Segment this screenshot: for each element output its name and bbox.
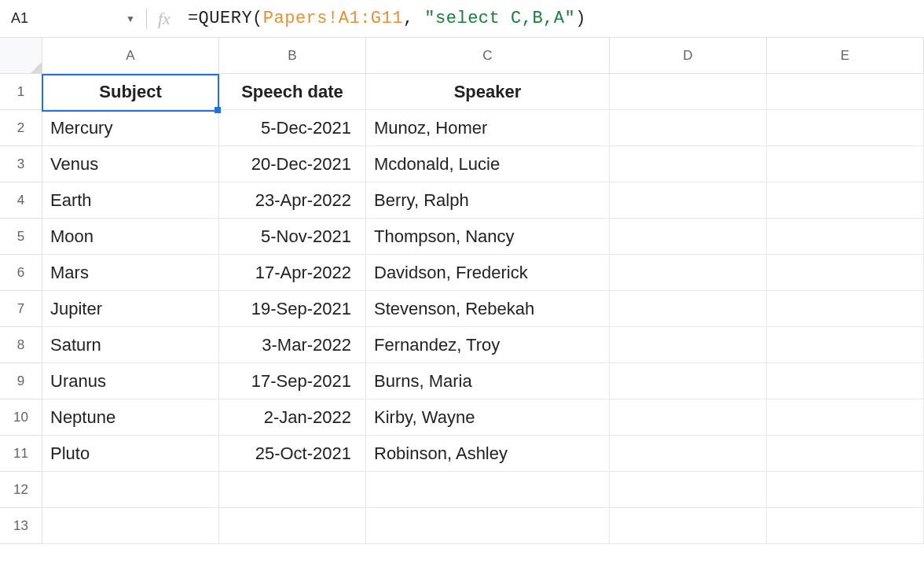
cell-B3[interactable]: 20-Dec-2021 xyxy=(219,146,366,182)
col-header-E[interactable]: E xyxy=(767,38,924,74)
row-header-3[interactable]: 3 xyxy=(0,146,42,182)
cell-D13[interactable] xyxy=(610,508,767,544)
formula-func: =QUERY xyxy=(188,9,252,28)
cell-B9[interactable]: 17-Sep-2021 xyxy=(219,363,366,399)
cell-C11[interactable]: Robinson, Ashley xyxy=(366,436,610,472)
cell-A9[interactable]: Uranus xyxy=(42,363,219,399)
cell-D9[interactable] xyxy=(610,363,767,399)
row-header-11[interactable]: 11 xyxy=(0,436,42,472)
cell-C13[interactable] xyxy=(366,508,610,544)
cell-B5[interactable]: 5-Nov-2021 xyxy=(219,219,366,255)
cell-A2[interactable]: Mercury xyxy=(42,110,219,146)
formula-close: ) xyxy=(575,9,586,28)
cell-A4[interactable]: Earth xyxy=(42,182,219,219)
cell-C1[interactable]: Speaker xyxy=(366,74,610,110)
cell-D8[interactable] xyxy=(610,327,767,363)
cell-C8[interactable]: Fernandez, Troy xyxy=(366,327,610,363)
cell-A13[interactable] xyxy=(42,508,219,544)
col-header-D[interactable]: D xyxy=(610,38,767,74)
divider xyxy=(146,9,147,29)
col-header-B[interactable]: B xyxy=(219,38,366,74)
formula-input[interactable]: =QUERY(Papers!A1:G11, "select C,B,A") xyxy=(188,9,586,28)
row-header-2[interactable]: 2 xyxy=(0,110,42,146)
formula-open: ( xyxy=(252,9,263,28)
formula-str: "select C,B,A" xyxy=(424,9,575,28)
cell-D6[interactable] xyxy=(610,255,767,291)
row-header-5[interactable]: 5 xyxy=(0,219,42,255)
cell-B4[interactable]: 23-Apr-2022 xyxy=(219,182,366,219)
cell-D11[interactable] xyxy=(610,436,767,472)
row-header-7[interactable]: 7 xyxy=(0,291,42,327)
cell-D3[interactable] xyxy=(610,146,767,182)
formula-sep: , xyxy=(403,9,424,28)
cell-C3[interactable]: Mcdonald, Lucie xyxy=(366,146,610,182)
cell-C2[interactable]: Munoz, Homer xyxy=(366,110,610,146)
cell-B13[interactable] xyxy=(219,508,366,544)
cell-A10[interactable]: Neptune xyxy=(42,399,219,436)
sheet-grid[interactable]: A B C D E 1 Subject Speech date Speaker … xyxy=(0,38,924,544)
cell-C12[interactable] xyxy=(366,472,610,508)
cell-B1[interactable]: Speech date xyxy=(219,74,366,110)
cell-D10[interactable] xyxy=(610,399,767,436)
cell-C10[interactable]: Kirby, Wayne xyxy=(366,399,610,436)
cell-D4[interactable] xyxy=(610,182,767,219)
cell-E9[interactable] xyxy=(767,363,924,399)
cell-D1[interactable] xyxy=(610,74,767,110)
select-all-corner[interactable] xyxy=(0,38,42,74)
cell-E3[interactable] xyxy=(767,146,924,182)
cell-D7[interactable] xyxy=(610,291,767,327)
row-header-6[interactable]: 6 xyxy=(0,255,42,291)
formula-bar: A1 ▼ fx =QUERY(Papers!A1:G11, "select C,… xyxy=(0,0,924,38)
cell-B7[interactable]: 19-Sep-2021 xyxy=(219,291,366,327)
row-header-4[interactable]: 4 xyxy=(0,182,42,219)
cell-C7[interactable]: Stevenson, Rebekah xyxy=(366,291,610,327)
cell-E2[interactable] xyxy=(767,110,924,146)
cell-C4[interactable]: Berry, Ralph xyxy=(366,182,610,219)
cell-E10[interactable] xyxy=(767,399,924,436)
cell-A11[interactable]: Pluto xyxy=(42,436,219,472)
name-box[interactable]: A1 ▼ xyxy=(5,5,141,33)
cell-A6[interactable]: Mars xyxy=(42,255,219,291)
cell-B2[interactable]: 5-Dec-2021 xyxy=(219,110,366,146)
cell-C6[interactable]: Davidson, Frederick xyxy=(366,255,610,291)
row-header-10[interactable]: 10 xyxy=(0,399,42,436)
row-header-1[interactable]: 1 xyxy=(0,74,42,110)
formula-ref: Papers!A1:G11 xyxy=(263,9,403,28)
cell-E11[interactable] xyxy=(767,436,924,472)
cell-B6[interactable]: 17-Apr-2022 xyxy=(219,255,366,291)
cell-D12[interactable] xyxy=(610,472,767,508)
cell-D5[interactable] xyxy=(610,219,767,255)
cell-C9[interactable]: Burns, Maria xyxy=(366,363,610,399)
cell-B10[interactable]: 2-Jan-2022 xyxy=(219,399,366,436)
fx-icon[interactable]: fx xyxy=(158,9,170,29)
cell-A5[interactable]: Moon xyxy=(42,219,219,255)
cell-B12[interactable] xyxy=(219,472,366,508)
cell-B8[interactable]: 3-Mar-2022 xyxy=(219,327,366,363)
cell-A7[interactable]: Jupiter xyxy=(42,291,219,327)
col-header-A[interactable]: A xyxy=(42,38,219,74)
cell-E4[interactable] xyxy=(767,182,924,219)
cell-E13[interactable] xyxy=(767,508,924,544)
spreadsheet-window: A1 ▼ fx =QUERY(Papers!A1:G11, "select C,… xyxy=(0,0,924,563)
cell-B11[interactable]: 25-Oct-2021 xyxy=(219,436,366,472)
cell-E8[interactable] xyxy=(767,327,924,363)
cell-A12[interactable] xyxy=(42,472,219,508)
cell-E7[interactable] xyxy=(767,291,924,327)
cell-A8[interactable]: Saturn xyxy=(42,327,219,363)
row-header-9[interactable]: 9 xyxy=(0,363,42,399)
cell-A3[interactable]: Venus xyxy=(42,146,219,182)
col-header-C[interactable]: C xyxy=(366,38,610,74)
cell-D2[interactable] xyxy=(610,110,767,146)
cell-A1[interactable]: Subject xyxy=(42,74,219,110)
cell-E6[interactable] xyxy=(767,255,924,291)
row-header-12[interactable]: 12 xyxy=(0,472,42,508)
row-header-13[interactable]: 13 xyxy=(0,508,42,544)
cell-E12[interactable] xyxy=(767,472,924,508)
name-box-value: A1 xyxy=(11,10,28,27)
chevron-down-icon[interactable]: ▼ xyxy=(126,13,135,24)
cell-E1[interactable] xyxy=(767,74,924,110)
row-header-8[interactable]: 8 xyxy=(0,327,42,363)
cell-C5[interactable]: Thompson, Nancy xyxy=(366,219,610,255)
cell-E5[interactable] xyxy=(767,219,924,255)
